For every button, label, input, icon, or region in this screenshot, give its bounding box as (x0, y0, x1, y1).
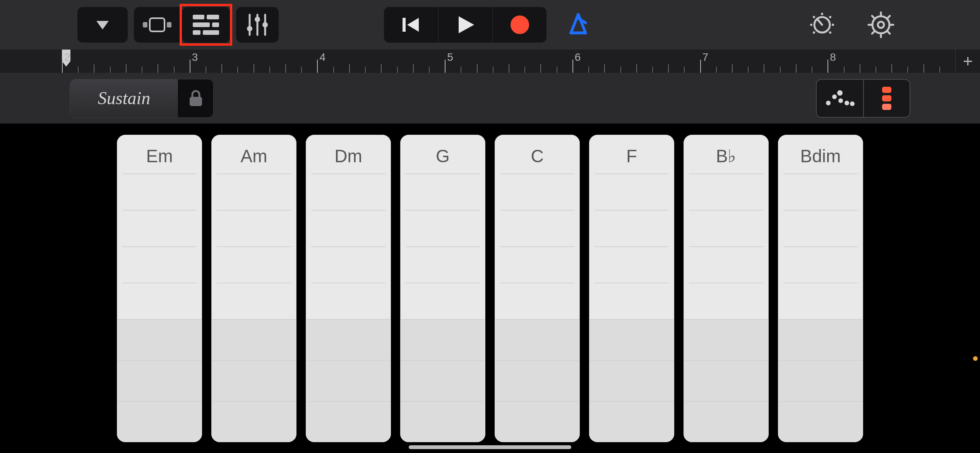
chord-bass-pad[interactable] (778, 401, 863, 442)
add-section-button[interactable]: + (955, 50, 980, 73)
timeline-ruler[interactable]: 2345678 (62, 50, 955, 73)
instrument-info-button[interactable] (804, 7, 840, 43)
record-icon (509, 14, 531, 36)
chord-bass-pad[interactable] (306, 360, 391, 401)
chord-voicing-pad[interactable] (778, 211, 863, 246)
chord-bass-pad[interactable] (684, 319, 769, 360)
chord-bass-pad[interactable] (589, 401, 674, 442)
go-to-beginning-button[interactable] (384, 7, 438, 43)
svg-rect-5 (207, 15, 219, 19)
chord-strip[interactable]: B♭ (684, 135, 769, 442)
chord-voicing-pad[interactable] (306, 211, 391, 246)
svg-marker-18 (459, 16, 474, 33)
chord-bass-pad[interactable] (589, 319, 674, 360)
chord-bass-pad[interactable] (495, 401, 580, 442)
chord-voicing-pad[interactable] (211, 283, 296, 319)
chord-voicing-pad[interactable] (117, 174, 202, 210)
metronome-button[interactable] (560, 7, 596, 43)
svg-rect-7 (212, 22, 219, 27)
chord-voicing-pad[interactable] (211, 174, 296, 210)
svg-rect-9 (203, 30, 219, 35)
chord-voicing-pad[interactable] (117, 247, 202, 283)
chord-voicing-pad[interactable] (117, 211, 202, 246)
chord-voicing-pad[interactable] (211, 211, 296, 246)
chord-strips-view-button[interactable] (863, 80, 910, 117)
skip-back-icon (400, 14, 422, 36)
chord-bass-pad[interactable] (117, 319, 202, 360)
chord-bass-pad[interactable] (400, 401, 485, 442)
home-indicator (409, 445, 571, 449)
svg-point-30 (813, 16, 815, 18)
chord-voicing-pad[interactable] (400, 247, 485, 283)
chord-strip[interactable]: G (400, 135, 485, 442)
chord-bass-pad[interactable] (211, 319, 296, 360)
svg-point-32 (878, 22, 884, 28)
chord-voicing-pad[interactable] (778, 247, 863, 283)
autoplay-view-button[interactable] (817, 80, 863, 117)
chord-bass-pad[interactable] (495, 360, 580, 401)
chord-strip[interactable]: Am (211, 135, 296, 442)
metronome-icon (565, 12, 591, 38)
chord-voicing-pad[interactable] (306, 283, 391, 319)
svg-point-43 (826, 101, 831, 105)
svg-line-40 (887, 16, 890, 19)
chord-bass-pad[interactable] (211, 360, 296, 401)
chord-voicing-pad[interactable] (684, 174, 769, 210)
svg-point-27 (829, 31, 831, 34)
chord-bass-pad[interactable] (400, 319, 485, 360)
chord-voicing-pad[interactable] (495, 174, 580, 210)
chord-voicing-pad[interactable] (117, 283, 202, 319)
instrument-browser-button[interactable] (77, 7, 128, 43)
sustain-lock-button[interactable] (178, 79, 213, 117)
song-settings-button[interactable] (863, 7, 899, 43)
chord-bass-pad[interactable] (778, 319, 863, 360)
chord-voicing-pad[interactable] (400, 283, 485, 319)
chord-voicing-pad[interactable] (684, 211, 769, 246)
play-icon (456, 14, 476, 36)
record-button[interactable] (492, 7, 547, 43)
gear-icon (867, 11, 895, 39)
track-view-button[interactable] (182, 7, 230, 43)
chord-strip[interactable]: Em (117, 135, 202, 442)
chord-voicing-pad[interactable] (400, 211, 485, 246)
note-view-icon (143, 15, 173, 34)
chord-bass-pad[interactable] (589, 360, 674, 401)
sustain-button[interactable]: Sustain (70, 79, 178, 117)
chord-bass-pad[interactable] (684, 401, 769, 442)
svg-rect-16 (403, 18, 406, 32)
chord-strip[interactable]: Bdim (778, 135, 863, 442)
chord-bass-pad[interactable] (211, 401, 296, 442)
chord-bass-pad[interactable] (306, 319, 391, 360)
chord-voicing-pad[interactable] (495, 211, 580, 246)
chord-label: Am (211, 135, 296, 173)
chord-bass-pad[interactable] (684, 360, 769, 401)
chord-voicing-pad[interactable] (400, 174, 485, 210)
chord-voicing-pad[interactable] (778, 283, 863, 319)
chord-voicing-pad[interactable] (495, 283, 580, 319)
chord-bass-pad[interactable] (117, 360, 202, 401)
chord-voicing-pad[interactable] (306, 174, 391, 210)
chord-strip[interactable]: F (589, 135, 674, 442)
chord-bass-pad[interactable] (306, 401, 391, 442)
track-controls-button[interactable] (236, 7, 279, 43)
chord-voicing-pad[interactable] (211, 247, 296, 283)
chord-bass-pad[interactable] (495, 319, 580, 360)
note-view-button[interactable] (134, 7, 182, 43)
chord-voicing-pad[interactable] (589, 211, 674, 246)
chord-bass-pad[interactable] (400, 360, 485, 401)
chord-strip[interactable]: Dm (306, 135, 391, 442)
chord-voicing-pad[interactable] (495, 247, 580, 283)
chord-voicing-pad[interactable] (684, 247, 769, 283)
play-button[interactable] (438, 7, 492, 43)
svg-point-45 (838, 98, 843, 103)
chord-voicing-pad[interactable] (306, 247, 391, 283)
svg-line-38 (887, 31, 890, 34)
chord-voicing-pad[interactable] (589, 174, 674, 210)
chord-voicing-pad[interactable] (589, 283, 674, 319)
chord-strip[interactable]: C (495, 135, 580, 442)
chord-voicing-pad[interactable] (684, 283, 769, 319)
chord-bass-pad[interactable] (117, 401, 202, 442)
chord-voicing-pad[interactable] (589, 247, 674, 283)
chord-bass-pad[interactable] (778, 360, 863, 401)
chord-voicing-pad[interactable] (778, 174, 863, 210)
